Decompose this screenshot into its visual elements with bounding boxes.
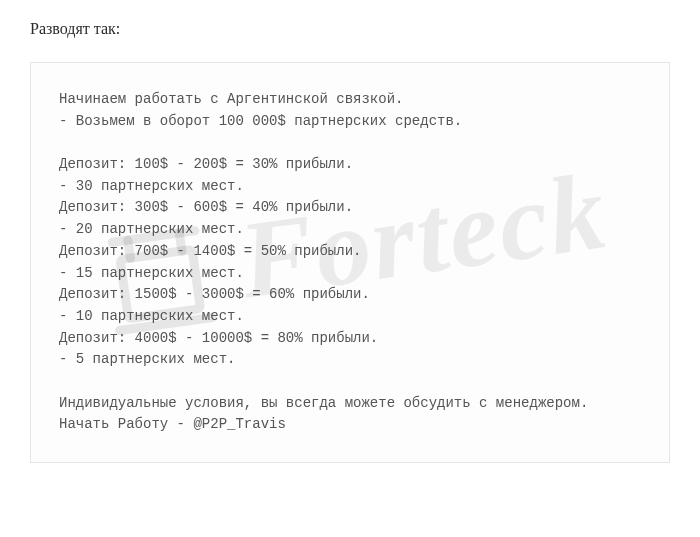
message-line: Начать Работу - @P2P_Travis [59, 414, 641, 436]
section-heading: Разводят так: [30, 20, 670, 38]
message-line: - 20 партнерских мест. [59, 219, 641, 241]
blank-line [59, 132, 641, 154]
message-line: Начинаем работать с Аргентинской связкой… [59, 89, 641, 111]
message-line: Депозит: 100$ - 200$ = 30% прибыли. [59, 154, 641, 176]
scam-message-box: Forteck Начинаем работать с Аргентинской… [30, 62, 670, 463]
message-line: Депозит: 4000$ - 10000$ = 80% прибыли. [59, 328, 641, 350]
message-line: Депозит: 700$ - 1400$ = 50% прибыли. [59, 241, 641, 263]
message-line: - 30 партнерских мест. [59, 176, 641, 198]
message-line: Индивидуальные условия, вы всегда можете… [59, 393, 641, 415]
message-line: - Возьмем в оборот 100 000$ партнерских … [59, 111, 641, 133]
message-line: Депозит: 300$ - 600$ = 40% прибыли. [59, 197, 641, 219]
message-line: - 5 партнерских мест. [59, 349, 641, 371]
message-line: - 10 партнерских мест. [59, 306, 641, 328]
message-line: - 15 партнерских мест. [59, 263, 641, 285]
blank-line [59, 371, 641, 393]
message-line: Депозит: 1500$ - 3000$ = 60% прибыли. [59, 284, 641, 306]
